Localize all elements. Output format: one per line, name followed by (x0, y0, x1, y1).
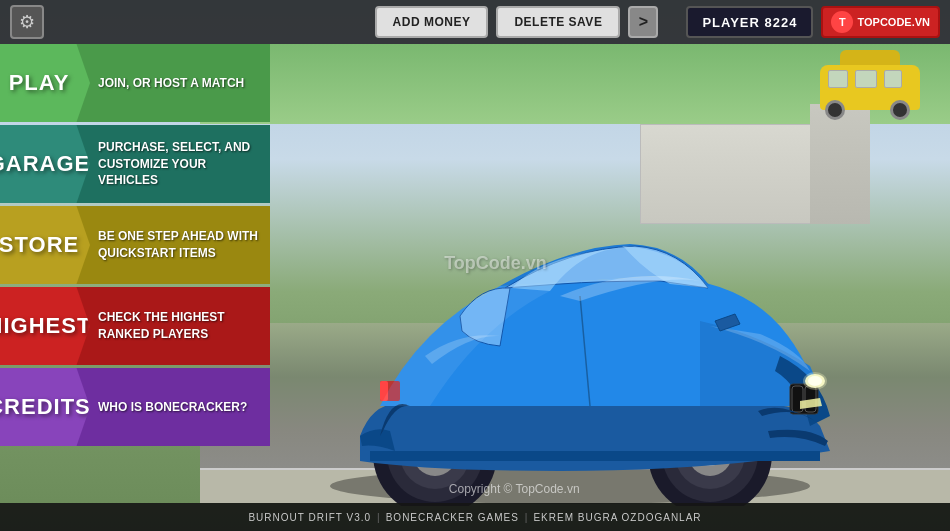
menu-label-highest: HIGHEST (0, 287, 90, 365)
menu-item-garage[interactable]: GARAGE PURCHASE, SELECT, AND CUSTOMIZE Y… (0, 125, 270, 203)
main-car (280, 166, 860, 506)
arrow-button[interactable]: > (628, 6, 658, 38)
svg-point-19 (803, 372, 827, 390)
taxi-window2 (855, 70, 877, 88)
menu-item-play[interactable]: PLAY JOIN, OR HOST A MATCH (0, 44, 270, 122)
menu-label-garage: GARAGE (0, 125, 90, 203)
menu-label-store: STORE (0, 206, 90, 284)
menu-desc-store: BE ONE STEP AHEAD WITH QUICKSTART ITEMS (90, 206, 270, 284)
car-svg (280, 166, 860, 506)
taxi-wheel-right (890, 100, 910, 120)
taxi-window3 (884, 70, 902, 88)
topcode-logo-text: TOPCODE.VN (857, 16, 930, 28)
player-badge: PLAYER 8224 (686, 6, 813, 38)
menu-label-play: PLAY (0, 44, 90, 122)
footer-game-name: BURNOUT DRIFT V3.0 (248, 512, 371, 523)
menu-desc-credits: WHO IS BONECRACKER? (90, 368, 270, 446)
menu-desc-garage: PURCHASE, SELECT, AND CUSTOMIZE YOUR VEH… (90, 125, 270, 203)
topcode-logo: T TOPCODE.VN (821, 6, 940, 38)
menu-item-credits[interactable]: CREDITS WHO IS BONECRACKER? (0, 368, 270, 446)
footer-sep2: | (525, 512, 528, 523)
add-money-button[interactable]: Add Money (375, 6, 489, 38)
taxi-wheel-left (825, 100, 845, 120)
menu-desc-highest: CHECK THE HIGHEST RANKED PLAYERS (90, 287, 270, 365)
menu-item-store[interactable]: STORE BE ONE STEP AHEAD WITH QUICKSTART … (0, 206, 270, 284)
footer-author: EKREM BUGRA OZDOGANLAR (533, 512, 701, 523)
menu-desc-play: JOIN, OR HOST A MATCH (90, 44, 270, 122)
gear-icon: ⚙ (19, 11, 35, 33)
menu-item-highest[interactable]: HIGHEST CHECK THE HIGHEST RANKED PLAYERS (0, 287, 270, 365)
delete-save-button[interactable]: Delete Save (496, 6, 620, 38)
footer-bar: BURNOUT DRIFT V3.0 | BONECRACKER GAMES |… (0, 503, 950, 531)
topcode-logo-icon: T (831, 11, 853, 33)
menu-label-credits: CREDITS (0, 368, 90, 446)
taxi-car (810, 50, 930, 120)
left-menu: PLAY JOIN, OR HOST A MATCH GARAGE PURCHA… (0, 44, 270, 446)
taxi-window (828, 70, 848, 88)
footer-studio: BONECRACKER GAMES (386, 512, 519, 523)
footer-sep1: | (377, 512, 380, 523)
header-bar: ⚙ Add Money Delete Save > PLAYER 8224 T … (0, 0, 950, 44)
settings-button[interactable]: ⚙ (10, 5, 44, 39)
